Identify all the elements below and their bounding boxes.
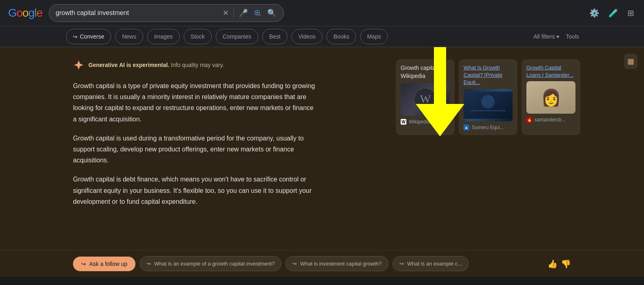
ai-disclaimer: Generative AI is experimental. Info qual… [88,62,224,68]
search-button[interactable]: 🔍 [266,8,277,18]
tab-companies[interactable]: Companies [216,29,258,44]
tab-images[interactable]: Images [147,29,180,44]
suggestion-chip-3[interactable]: ↪ What is an example c... [393,256,469,271]
svg-marker-4 [416,104,464,136]
converse-icon: ↪ [73,34,77,40]
followup-icon: ↪ [81,261,86,267]
nav-tabs: ↪ Converse News Images Stock Companies B… [0,26,644,47]
tab-maps[interactable]: Maps [360,29,388,44]
apps-button[interactable]: ⊞ [626,6,636,19]
suggestion-chip-1[interactable]: ↪ What is an example of a growth capital… [140,256,281,271]
thumbs-down-button[interactable]: 👎 [561,259,571,269]
wiki-favicon: W [401,119,406,125]
svg-point-1 [256,12,258,14]
tab-books[interactable]: Books [326,29,356,44]
tab-videos[interactable]: Videos [292,29,323,44]
panel-view-button[interactable]: ▦ [624,54,638,69]
lens-button[interactable] [253,8,262,18]
santander-image: 👩 [526,81,575,114]
svg-rect-9 [470,110,506,111]
santander-favicon: 🔥 [526,117,532,123]
svg-line-2 [259,14,261,16]
settings-button[interactable]: ⚙️ [588,6,601,19]
header: Google ✕ 🎤 🔍 ⚙️ 🧪 ⊞ [0,0,644,26]
header-right: ⚙️ 🧪 ⊞ [588,6,636,19]
sumeru-footer: ▲ Sumeru Equi... [464,125,513,130]
svg-rect-3 [434,47,446,104]
ask-followup-button[interactable]: ↪ Ask a follow up [73,257,135,271]
santander-footer: 🔥 santandercb... [526,117,575,123]
labs-button[interactable]: 🧪 [607,6,620,19]
tools-button[interactable]: Tools [566,33,579,40]
nav-right: All filters ▾ Tools [533,33,579,40]
svg-point-8 [481,95,494,108]
ai-panel: Generative AI is experimental. Info qual… [0,47,389,250]
suggestion-icon-2: ↪ [292,261,297,267]
all-filters-button[interactable]: All filters ▾ [533,33,559,40]
google-logo: Google [8,6,42,19]
mic-button[interactable]: 🎤 [238,8,249,18]
clear-button[interactable]: ✕ [222,8,230,18]
main-content: Generative AI is experimental. Info qual… [0,47,644,250]
search-input[interactable] [56,9,218,17]
suggestion-icon-3: ↪ [399,261,404,267]
ai-paragraph-3: Growth capital is debt finance, which me… [73,174,316,207]
divider [234,8,234,18]
source-card-sumeru[interactable]: What Is Growth Capital? [Private Equit..… [459,59,517,135]
ai-header: Generative AI is experimental. Info qual… [73,59,316,71]
search-icon-group: ✕ 🎤 🔍 [222,8,277,18]
tab-best[interactable]: Best [262,29,288,44]
thumbs-up-button[interactable]: 👍 [547,259,558,269]
person-image: 👩 [526,81,575,114]
annotation-arrow [414,47,466,138]
ai-paragraph-2: Growth capital is used during a transfor… [73,133,316,166]
suggestion-icon-1: ↪ [146,261,151,267]
bottom-bar: ↪ Ask a follow up ↪ What is an example o… [0,250,644,277]
ai-text: Growth capital is a type of private equi… [73,80,316,207]
ai-paragraph-1: Growth capital is a type of private equi… [73,80,316,125]
chevron-down-icon: ▾ [556,33,559,40]
source-panel: ▦ Growth capital - Wikipedia W W Wikiped… [389,47,644,250]
tab-converse[interactable]: ↪ Converse [66,29,111,44]
gemini-icon [73,59,84,71]
feedback-icons: 👍 👎 [547,259,571,269]
search-bar: ✕ 🎤 🔍 [49,4,284,22]
source-card-santander[interactable]: Growth Capital Loans | Santander... 👩 🔥 … [522,59,580,135]
sumeru-image [464,89,513,121]
tab-stock[interactable]: Stock [184,29,212,44]
tab-news[interactable]: News [115,29,143,44]
suggestion-chip-2[interactable]: ↪ What is investment capital growth? [286,256,389,271]
